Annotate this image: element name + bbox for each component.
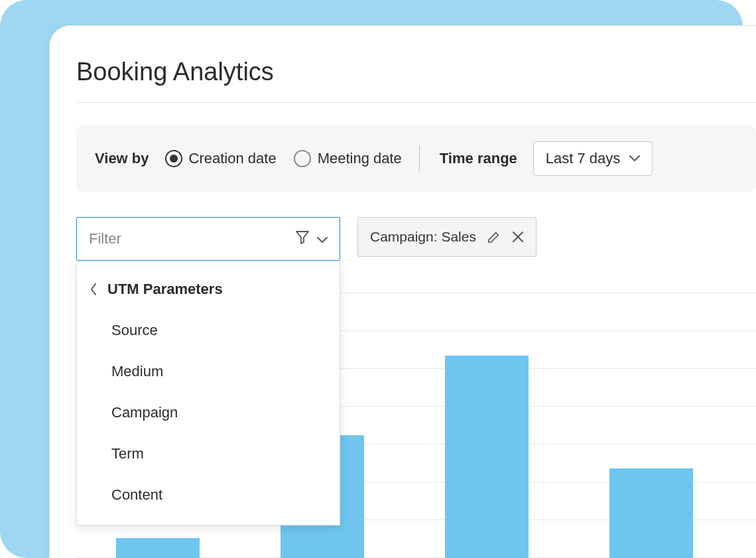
- active-filter-chip: Campaign: Sales: [357, 217, 536, 257]
- filter-input[interactable]: Filter: [76, 217, 340, 261]
- dropdown-item-source[interactable]: Source: [77, 310, 340, 351]
- dropdown-item-content[interactable]: Content: [77, 474, 340, 516]
- filter-dropdown: UTM Parameters Source Medium Campaign Te…: [76, 261, 340, 525]
- divider: [76, 102, 756, 103]
- time-range-select[interactable]: Last 7 days: [533, 141, 653, 176]
- radio-button-icon: [165, 150, 182, 167]
- filters-row: Filter UTM Parameters Sour: [76, 217, 756, 261]
- vertical-divider: [419, 146, 420, 171]
- chip-label: Campaign: Sales: [370, 229, 476, 245]
- chevron-left-icon[interactable]: [90, 283, 98, 296]
- radio-button-icon: [294, 150, 311, 167]
- radio-label: Creation date: [189, 150, 277, 167]
- bar: [609, 468, 693, 558]
- analytics-panel: Booking Analytics View by Creation date …: [49, 25, 756, 558]
- page-title: Booking Analytics: [76, 58, 756, 86]
- view-by-radio-group: Creation date Meeting date: [165, 150, 402, 167]
- dropdown-header: UTM Parameters: [77, 274, 340, 310]
- pencil-icon[interactable]: [487, 230, 501, 244]
- dropdown-item-term[interactable]: Term: [77, 433, 340, 474]
- dropdown-item-campaign[interactable]: Campaign: [77, 392, 340, 433]
- radio-meeting-date[interactable]: Meeting date: [294, 150, 402, 167]
- radio-creation-date[interactable]: Creation date: [165, 150, 277, 167]
- chevron-down-icon: [629, 155, 640, 162]
- chevron-down-icon: [317, 230, 328, 247]
- view-by-label: View by: [95, 150, 149, 167]
- time-range-label: Time range: [440, 150, 517, 167]
- close-icon[interactable]: [512, 231, 524, 243]
- filter-placeholder: Filter: [89, 230, 121, 247]
- bar: [116, 538, 200, 558]
- radio-label: Meeting date: [318, 150, 402, 167]
- filter-input-icons: [294, 229, 328, 249]
- time-range-value: Last 7 days: [546, 150, 621, 167]
- dropdown-title: UTM Parameters: [107, 281, 223, 298]
- filter-wrapper: Filter UTM Parameters Sour: [76, 217, 340, 261]
- view-toolbar: View by Creation date Meeting date Time …: [76, 125, 756, 192]
- bar: [445, 356, 529, 558]
- dropdown-item-medium[interactable]: Medium: [77, 351, 340, 392]
- funnel-icon: [294, 229, 310, 249]
